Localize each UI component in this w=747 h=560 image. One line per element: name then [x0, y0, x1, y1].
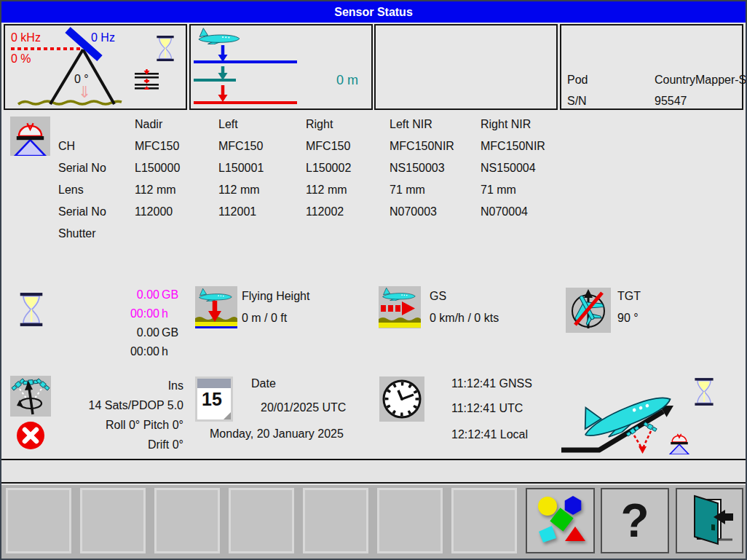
title-bar: Sensor Status: [1, 1, 746, 23]
storage-value: 00:00: [130, 345, 159, 364]
table-cell: NS150004: [481, 162, 568, 175]
hourglass-icon: [156, 36, 175, 61]
camera-table: Nadir Left Right Left NIR Right NIR CH M…: [58, 118, 568, 249]
agl-panel: 0 m: [189, 24, 373, 110]
table-cell: N070003: [390, 205, 481, 218]
flying-height-value: 0 m / 0 ft: [242, 312, 287, 325]
laser-scan-rate: 0 Hz: [91, 31, 115, 44]
storage-readout: 0.00 GB 00:00 h 0.00 GB 00:00 h: [44, 288, 183, 364]
empty-status-panel: [374, 24, 558, 110]
point-spacing-icon: [135, 69, 159, 91]
hourglass-icon: [19, 293, 44, 326]
function-button-4[interactable]: [229, 488, 294, 553]
date-long: Monday, 20 January 2025: [210, 427, 344, 441]
ground-speed-value: 0 km/h / 0 kts: [430, 312, 499, 325]
pod-label: Pod: [567, 74, 588, 87]
storage-line: 00:00 h: [44, 345, 183, 364]
ins-mode: Ins: [23, 376, 183, 395]
target-track-value: 90 °: [617, 312, 639, 325]
function-button-1[interactable]: [6, 488, 71, 553]
calendar-day: 15: [197, 389, 226, 410]
storage-line: 0.00 GB: [44, 326, 183, 345]
camera-icon: [10, 117, 50, 156]
table-cell: 71 mm: [390, 184, 481, 197]
time-local: 12:12:41 Local: [451, 428, 528, 441]
column-header: Left: [218, 118, 306, 131]
laser-dashed-line: [11, 47, 82, 50]
table-header-row: Nadir Left Right Left NIR Right NIR: [58, 118, 568, 140]
target-track-icon: [566, 288, 611, 333]
function-button-3[interactable]: [154, 488, 220, 553]
table-row: Shutter: [58, 227, 568, 249]
display-options-button[interactable]: [526, 488, 595, 553]
table-cell: L150002: [306, 162, 390, 175]
table-cell: MFC150NIR: [481, 140, 568, 153]
row-label: Serial No: [58, 205, 135, 218]
help-question-mark: ?: [620, 497, 649, 544]
row-label: Serial No: [58, 162, 135, 175]
ins-readout: Ins 14 Sats/PDOP 5.0 Roll 0° Pitch 0° Dr…: [23, 376, 183, 454]
laser-down-arrow-icon: ⇓: [78, 83, 91, 102]
table-row: Serial No 112000 112001 112002 N070003 N…: [58, 205, 568, 227]
status-bar: [1, 459, 746, 484]
table-cell: L150001: [218, 162, 306, 175]
flying-height-label: Flying Height: [242, 290, 309, 303]
column-header: Right: [306, 118, 390, 131]
help-button[interactable]: ?: [601, 488, 669, 553]
flying-height-icon: [195, 286, 237, 328]
table-cell: 112001: [218, 205, 306, 218]
function-button-2[interactable]: [80, 488, 146, 553]
storage-value: 0.00: [137, 288, 159, 307]
function-button-5[interactable]: [303, 488, 368, 553]
ins-roll-pitch: Roll 0° Pitch 0°: [23, 415, 183, 435]
function-button-bar: ?: [1, 485, 746, 559]
storage-value: 00:00: [130, 307, 159, 326]
column-header: Right NIR: [481, 118, 568, 131]
table-cell: 112 mm: [306, 184, 390, 197]
table-cell: 112 mm: [135, 184, 218, 197]
storage-unit: GB: [162, 326, 183, 345]
exit-door-icon: [686, 494, 734, 548]
date-label: Date: [251, 377, 276, 390]
exit-button[interactable]: [676, 488, 743, 553]
calendar-fold: [224, 412, 231, 419]
calendar-icon: 15: [195, 376, 233, 422]
storage-unit: h: [162, 307, 183, 326]
storage-line: 0.00 GB: [44, 288, 183, 307]
table-cell: MFC150: [135, 140, 218, 153]
agl-value: 0 m: [336, 73, 358, 88]
table-cell: MFC150NIR: [390, 140, 481, 153]
sensor-status-window: Sensor Status 0 kHz 0 Hz 0 % 0 ° ⇓: [0, 0, 747, 560]
table-cell: 112000: [135, 205, 218, 218]
function-button-7[interactable]: [451, 488, 517, 553]
aircraft-agl-graphic: [191, 25, 371, 109]
table-row: Serial No L150000 L150001 L150002 NS1500…: [58, 162, 568, 184]
table-cell: MFC150: [218, 140, 306, 153]
time-utc: 11:12:41 UTC: [451, 402, 523, 415]
storage-line: 00:00 h: [44, 307, 183, 326]
ground-speed-icon: [379, 286, 421, 328]
ground-speed-label: GS: [430, 290, 446, 303]
pod-value: CountryMapper-S: [655, 74, 746, 87]
serial-value: 95547: [655, 95, 687, 108]
column-header: Nadir: [135, 118, 218, 131]
date-utc: 20/01/2025 UTC: [261, 401, 346, 414]
table-cell: N070004: [481, 205, 568, 218]
shapes-icon: [534, 494, 587, 547]
page-title: Sensor Status: [334, 6, 413, 19]
function-button-6[interactable]: [377, 488, 443, 553]
column-header: Left NIR: [390, 118, 481, 131]
table-cell: MFC150: [306, 140, 390, 153]
table-cell: 71 mm: [481, 184, 568, 197]
table-cell: 112 mm: [218, 184, 306, 197]
table-row: Lens 112 mm 112 mm 112 mm 71 mm 71 mm: [58, 184, 568, 205]
table-row: CH MFC150 MFC150 MFC150 MFC150NIR MFC150…: [58, 140, 568, 162]
table-cell: 112002: [306, 205, 390, 218]
row-label: CH: [58, 140, 135, 153]
storage-unit: GB: [162, 288, 183, 307]
row-label: Shutter: [58, 227, 135, 240]
calendar-band: [197, 379, 231, 388]
hourglass-icon: [694, 377, 714, 406]
ins-sats-pdop: 14 Sats/PDOP 5.0: [23, 395, 183, 415]
time-gnss: 11:12:41 GNSS: [451, 377, 532, 390]
